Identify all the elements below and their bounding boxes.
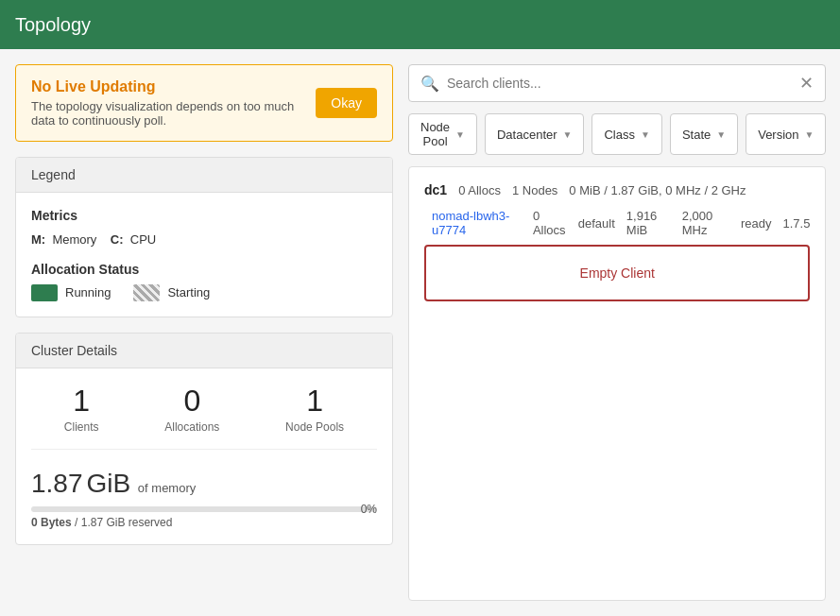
memory-pct: 0% <box>361 503 377 516</box>
allocations-stat: 0 Allocations <box>164 384 219 434</box>
node-pools-count: 1 <box>285 384 344 419</box>
filter-version-label: Version <box>758 128 798 142</box>
node-cpu: 2,000 MHz <box>682 209 729 237</box>
alert-heading: No Live Updating <box>31 78 316 95</box>
legend-status: Allocation Status Running Starting <box>31 262 377 301</box>
starting-label: Starting <box>167 285 210 299</box>
node-link[interactable]: nomad-lbwh3-u7774 <box>432 209 522 237</box>
memory-suffix: of memory <box>138 481 196 495</box>
node-memory: 1,916 MiB <box>626 209 671 237</box>
node-allocs: 0 Allocs <box>533 209 567 237</box>
okay-button[interactable]: Okay <box>316 88 377 118</box>
memory-bar-bg <box>31 506 377 512</box>
node-pools-label: Node Pools <box>285 420 344 434</box>
clients-count: 1 <box>64 384 99 419</box>
memory-unit: GiB <box>86 469 130 498</box>
clients-label: Clients <box>64 420 99 434</box>
filter-datacenter[interactable]: Datacenter ▼ <box>485 113 585 155</box>
memory-used: 0 Bytes <box>31 516 72 529</box>
chevron-down-icon: ▼ <box>455 129 465 140</box>
filter-class[interactable]: Class ▼ <box>591 113 661 155</box>
cluster-details-header: Cluster Details <box>16 334 392 368</box>
datacenter-nodes: 1 Nodes <box>512 183 557 197</box>
datacenter-row: dc1 0 Allocs 1 Nodes 0 MiB / 1.87 GiB, 0… <box>424 182 810 197</box>
cluster-details-panel: Cluster Details 1 Clients 0 Allocations … <box>15 333 393 545</box>
main-content: No Live Updating The topology visualizat… <box>0 49 840 616</box>
starting-swatch <box>133 284 160 301</box>
no-live-updating-alert: No Live Updating The topology visualizat… <box>15 64 393 142</box>
memory-key: M: <box>31 232 45 247</box>
cluster-stats: 1 Clients 0 Allocations 1 Node Pools <box>31 384 377 450</box>
search-bar[interactable]: 🔍 ✕ <box>408 64 826 102</box>
datacenter-resources: 0 MiB / 1.87 GiB, 0 MHz / 2 GHz <box>569 183 746 197</box>
chevron-down-icon: ▼ <box>563 129 573 140</box>
cpu-label: CPU <box>130 232 156 247</box>
app-title: Topology <box>15 14 91 36</box>
alert-text: No Live Updating The topology visualizat… <box>31 78 316 128</box>
chevron-down-icon: ▼ <box>641 129 650 140</box>
node-pools-stat: 1 Node Pools <box>285 384 344 434</box>
cluster-details-body: 1 Clients 0 Allocations 1 Node Pools 1.8… <box>16 368 392 544</box>
memory-value: 1.87 <box>31 469 83 498</box>
filter-version[interactable]: Version ▼ <box>746 113 826 155</box>
empty-client-label: Empty Client <box>580 265 655 281</box>
legend-body: Metrics M: Memory C: CPU Allocation Stat… <box>16 193 392 317</box>
left-panel: No Live Updating The topology visualizat… <box>15 64 393 601</box>
datacenter-allocs: 0 Allocs <box>458 183 501 197</box>
starting-item: Starting <box>133 284 210 301</box>
legend-status-items: Running Starting <box>31 284 377 301</box>
memory-reserved-sep: / <box>75 516 81 529</box>
chevron-down-icon: ▼ <box>716 129 726 140</box>
right-panel: 🔍 ✕ Node Pool ▼ Datacenter ▼ Class ▼ Sta… <box>408 64 826 601</box>
memory-section: 1.87 GiB of memory 0% 0 Bytes / 1.87 GiB <box>31 469 377 529</box>
node-status: ready <box>741 216 772 231</box>
legend-metrics: M: Memory C: CPU <box>31 231 377 250</box>
search-icon: 🔍 <box>420 75 439 93</box>
node-row: nomad-lbwh3-u7774 0 Allocs default 1,916… <box>424 209 810 237</box>
legend-panel: Legend Metrics M: Memory C: CPU Allocati… <box>15 157 393 317</box>
node-class: default <box>578 216 615 231</box>
metrics-title: Metrics <box>31 208 377 223</box>
filter-bar: Node Pool ▼ Datacenter ▼ Class ▼ State ▼… <box>408 113 826 155</box>
memory-headline: 1.87 GiB of memory <box>31 469 377 499</box>
alert-body: The topology visualization depends on to… <box>31 99 316 128</box>
memory-total: 1.87 GiB reserved <box>81 516 173 529</box>
empty-client-box: Empty Client <box>424 245 810 301</box>
filter-state[interactable]: State ▼ <box>670 113 738 155</box>
cpu-key: C: <box>111 232 124 247</box>
chevron-down-icon: ▼ <box>805 129 814 140</box>
topology-panel: dc1 0 Allocs 1 Nodes 0 MiB / 1.87 GiB, 0… <box>408 166 826 601</box>
filter-node-pool-label: Node Pool <box>420 120 450 148</box>
status-title: Allocation Status <box>31 262 377 277</box>
memory-detail: 0 Bytes / 1.87 GiB reserved <box>31 516 377 529</box>
memory-bar-container: 0% <box>31 506 377 512</box>
clients-stat: 1 Clients <box>64 384 99 434</box>
running-label: Running <box>65 285 111 299</box>
app-header: Topology <box>0 0 840 49</box>
datacenter-name: dc1 <box>424 182 447 197</box>
filter-state-label: State <box>682 128 711 142</box>
allocations-count: 0 <box>164 384 219 419</box>
filter-datacenter-label: Datacenter <box>497 128 557 142</box>
memory-label: Memory <box>52 232 96 247</box>
search-input[interactable] <box>447 76 792 91</box>
filter-class-label: Class <box>604 128 635 142</box>
node-version: 1.7.5 <box>783 216 811 231</box>
running-item: Running <box>31 284 111 301</box>
filter-node-pool[interactable]: Node Pool ▼ <box>408 113 477 155</box>
running-swatch <box>31 284 58 301</box>
legend-header: Legend <box>16 158 392 193</box>
search-clear-button[interactable]: ✕ <box>799 73 814 94</box>
allocations-label: Allocations <box>164 420 219 434</box>
